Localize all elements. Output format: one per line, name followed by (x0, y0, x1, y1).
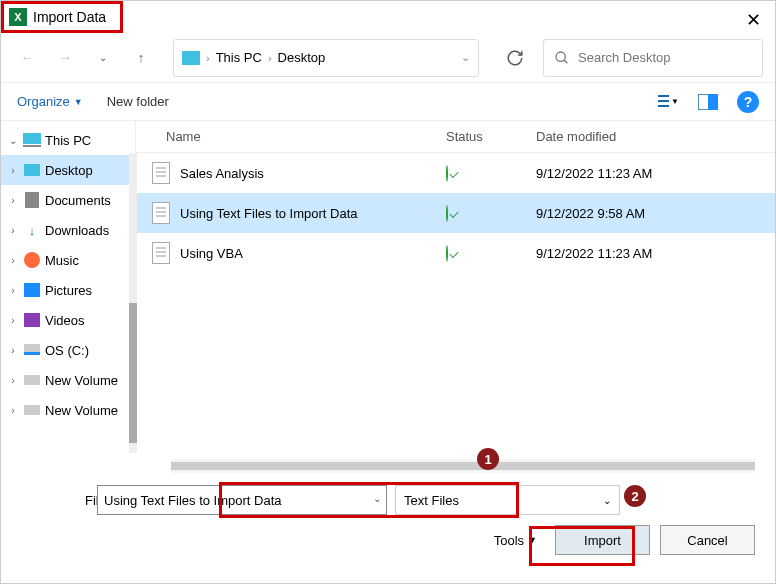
file-row[interactable]: Sales Analysis 9/12/2022 11:23 AM (136, 153, 775, 193)
status-ok-icon (446, 245, 448, 262)
desktop-icon (23, 162, 41, 178)
file-row[interactable]: Using Text Files to Import Data 9/12/202… (136, 193, 775, 233)
highlight-filename (219, 482, 519, 518)
svg-rect-15 (24, 313, 40, 327)
filename-label: File name: (17, 493, 89, 508)
svg-rect-6 (658, 105, 669, 107)
breadcrumb-folder[interactable]: Desktop (278, 50, 326, 65)
breadcrumb-pc[interactable]: This PC (216, 50, 262, 65)
help-icon[interactable]: ? (737, 91, 759, 113)
col-name[interactable]: Name (136, 129, 446, 144)
drive-icon (23, 402, 41, 418)
videos-icon (23, 312, 41, 328)
chevron-down-icon[interactable]: ⌄ (7, 135, 19, 146)
svg-rect-18 (24, 375, 40, 385)
svg-rect-14 (24, 283, 40, 297)
document-icon (23, 192, 41, 208)
chevron-down-icon: ⌄ (603, 495, 611, 506)
new-folder-button[interactable]: New folder (107, 94, 169, 109)
svg-rect-8 (708, 94, 718, 110)
document-icon (152, 202, 170, 224)
chevron-down-icon[interactable]: ⌄ (461, 51, 470, 64)
tree-videos[interactable]: › Videos (1, 305, 135, 335)
tree-os-c[interactable]: › OS (C:) (1, 335, 135, 365)
close-icon[interactable]: ✕ (746, 9, 761, 31)
cancel-button[interactable]: Cancel (660, 525, 755, 555)
recent-chevron-icon[interactable]: ⌄ (89, 44, 117, 72)
highlight-title (1, 1, 123, 33)
svg-point-13 (24, 252, 40, 268)
svg-point-2 (556, 52, 565, 61)
tree-music[interactable]: › Music (1, 245, 135, 275)
drive-icon (23, 372, 41, 388)
tree-this-pc[interactable]: ⌄ This PC (1, 125, 135, 155)
view-icon[interactable]: ▼ (657, 91, 679, 113)
svg-rect-5 (658, 100, 669, 102)
download-icon: ↓ (23, 222, 41, 238)
svg-rect-19 (24, 405, 40, 415)
document-icon (152, 162, 170, 184)
tree-new-volume[interactable]: › New Volume (1, 365, 135, 395)
scrollbar-vertical[interactable] (129, 153, 137, 453)
pc-icon (182, 51, 200, 65)
organize-button[interactable]: Organize ▼ (17, 94, 83, 109)
refresh-icon[interactable] (497, 39, 533, 77)
search-icon (554, 50, 570, 66)
tree-new-volume-2[interactable]: › New Volume (1, 395, 135, 425)
drive-icon (23, 342, 41, 358)
pc-icon (23, 132, 41, 148)
pictures-icon (23, 282, 41, 298)
chevron-right-icon[interactable]: › (7, 165, 19, 176)
callout-1: 1 (477, 448, 499, 470)
back-icon[interactable]: ← (13, 44, 41, 72)
chevron-right-icon: › (268, 52, 272, 64)
svg-rect-12 (25, 192, 39, 208)
scrollbar-horizontal[interactable] (171, 459, 755, 473)
tree-downloads[interactable]: ›↓ Downloads (1, 215, 135, 245)
svg-rect-17 (24, 352, 40, 355)
highlight-import (529, 526, 635, 566)
svg-rect-10 (23, 145, 41, 147)
tree-desktop[interactable]: › Desktop (1, 155, 135, 185)
search-placeholder: Search Desktop (578, 50, 671, 65)
file-list-header: Name Status Date modified (136, 121, 775, 153)
document-icon (152, 242, 170, 264)
tree-pictures[interactable]: › Pictures (1, 275, 135, 305)
status-ok-icon (446, 205, 448, 222)
svg-rect-4 (658, 95, 669, 97)
status-ok-icon (446, 165, 448, 182)
chevron-right-icon: › (206, 52, 210, 64)
callout-2: 2 (624, 485, 646, 507)
tree-documents[interactable]: › Documents (1, 185, 135, 215)
up-icon[interactable]: ↑ (127, 44, 155, 72)
folder-tree: ⌄ This PC › Desktop › Documents ›↓ Downl… (1, 121, 136, 451)
preview-icon[interactable] (697, 91, 719, 113)
music-icon (23, 252, 41, 268)
breadcrumb[interactable]: › This PC › Desktop ⌄ (173, 39, 479, 77)
forward-icon[interactable]: → (51, 44, 79, 72)
col-date[interactable]: Date modified (536, 129, 775, 144)
col-status[interactable]: Status (446, 129, 536, 144)
svg-rect-11 (24, 164, 40, 176)
search-input[interactable]: Search Desktop (543, 39, 763, 77)
svg-line-3 (564, 60, 567, 63)
file-row[interactable]: Using VBA 9/12/2022 11:23 AM (136, 233, 775, 273)
svg-rect-9 (23, 133, 41, 144)
